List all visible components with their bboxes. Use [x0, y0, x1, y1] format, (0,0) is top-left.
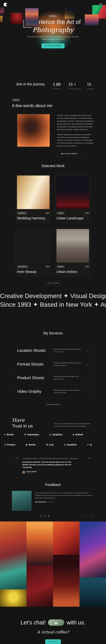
- feedback-paragraph: Sed ut perspiciatis unde omnis iste natu…: [35, 492, 94, 499]
- service-row-location-shoots[interactable]: Location Shoots Ensuring premium quality…: [12, 344, 94, 357]
- view-all-works-button[interactable]: VIEW ALL WORKS: [44, 281, 62, 285]
- brand-snapshot-2: ◎SnapShot: [64, 443, 77, 446]
- meet-experts-button[interactable]: MEET OUR EXPERTS: [57, 151, 82, 156]
- testimonial-card: “ ” The skeleton plan of a website can b…: [12, 454, 94, 477]
- trust-section: Have Trust in us Our agency is your gate…: [0, 407, 106, 428]
- feedback-role: CEO at Nova: [47, 502, 54, 503]
- service-description: Redefining standards to offer a seamless…: [53, 389, 86, 394]
- brand-border-2: ▶Border: [26, 443, 36, 446]
- camera-lens-icon: ◎: [50, 433, 52, 436]
- testimonial-role: CEO at Gova: [26, 472, 37, 474]
- frame-icon: ❏: [4, 443, 6, 446]
- instagram-icon[interactable]: ◎: [48, 515, 50, 517]
- feedback-author: Jake Shkundres: [35, 501, 46, 503]
- hero-subtitle: We transform your special moments into u…: [25, 36, 81, 40]
- brand-product: ❏Product.: [4, 443, 16, 446]
- star-icon: ✦: [4, 433, 6, 436]
- service-title: Product Shoots: [17, 376, 53, 380]
- trust-heading-italic: Have: [12, 417, 33, 423]
- coffee-pill-image: ☕: [48, 619, 64, 626]
- explore-services-button[interactable]: EXPLORE SERVICES: [44, 402, 62, 407]
- brand-border: ✦Border: [4, 433, 14, 436]
- arrow-right-icon[interactable]: →: [86, 390, 89, 393]
- gallery-photo-skull-portrait: [0, 522, 26, 590]
- gallery-photo-sunset-city: [26, 522, 53, 566]
- marquee-line-2: Since 1993 ✦ Based in New York ✦ Awwwwar…: [0, 300, 106, 309]
- project-year: 2023: [46, 266, 50, 268]
- gallery-photo-neon-city: [80, 522, 106, 578]
- gallery-photo-ember: [53, 555, 80, 607]
- work-heading: Selected Work: [0, 164, 106, 168]
- project-year: 2024: [85, 266, 89, 268]
- brand-logo-row-2: ❏Product. ▶Border ✿Leaf ◎SnapShot ✦lu: [0, 442, 106, 447]
- hero-photo-portrait-edge: [0, 7, 4, 14]
- robot-icon: ◈: [73, 433, 74, 436]
- avatar: [22, 471, 25, 474]
- services-section: My Services Location Shoots Ensuring pre…: [0, 314, 106, 407]
- stat-value: 15: [87, 82, 96, 86]
- brand-robotx: ◈RobotX: [73, 433, 83, 436]
- quote-close-icon: ”: [87, 457, 91, 464]
- feedback-heading: Feedback: [0, 483, 106, 487]
- project-card-inner-beauty[interactable]: PORTRAITS 2023 Inner Beauty: [15, 228, 51, 277]
- project-image: [17, 229, 50, 262]
- service-description: Ensuring premium quality and satisfactio…: [53, 348, 86, 353]
- flower-icon: ✦: [87, 443, 89, 446]
- hero-section: STUDIO Experience the Art of Photography…: [0, 0, 106, 77]
- feedback-section: Feedback Sed ut perspiciatis unde omnis …: [0, 477, 106, 518]
- stat-revenue: 2 $B Total Revenue: [53, 82, 62, 90]
- camera-lens-icon: ◎: [64, 443, 66, 446]
- stat-label: Awwwwards: [87, 88, 96, 90]
- leaf-icon: ✿: [46, 443, 48, 446]
- header: [0, 0, 106, 8]
- contact-us-button[interactable]: CONTACT US: [45, 639, 61, 644]
- project-card-urban-landscape[interactable]: URBAN 2022 Urban Landscape: [55, 174, 91, 223]
- twitter-icon[interactable]: t: [44, 515, 46, 517]
- arrow-right-icon[interactable]: →: [86, 349, 89, 352]
- hero-title-line2: Photography: [0, 26, 106, 34]
- brand-partial: ✦lu: [87, 443, 92, 446]
- project-card-urban-artistry[interactable]: URBAN 2024 Urban Artistry: [55, 228, 91, 277]
- project-image: [17, 176, 50, 209]
- facebook-icon[interactable]: f: [40, 515, 42, 517]
- gear-icon: ⚙: [24, 433, 26, 436]
- testimonial-author: Kathryn Murphy: [26, 471, 37, 472]
- next-arrow-button[interactable]: →: [90, 514, 94, 518]
- coffee-icon: ☕: [54, 621, 58, 624]
- site-logo[interactable]: [3, 3, 7, 6]
- project-year: 2021: [46, 212, 50, 214]
- project-image: [56, 229, 89, 262]
- project-title: Wedding Harmony: [17, 216, 50, 220]
- project-card-wedding-harmony[interactable]: WEDDING 2021 Wedding Harmony: [15, 174, 51, 223]
- service-row-product-shoots[interactable]: Product Shoots Dedicated to delivering e…: [12, 371, 94, 384]
- project-category-badge: URBAN: [56, 212, 65, 214]
- arrow-right-icon[interactable]: →: [86, 362, 89, 366]
- prev-arrow-button[interactable]: ←: [83, 514, 87, 518]
- project-year: 2022: [85, 212, 89, 214]
- testimonial-intro: The skeleton plan of a website can be br…: [22, 458, 86, 460]
- stats-section: Join in the journey 2 $B Total Revenue 1…: [8, 77, 98, 94]
- menu-icon[interactable]: [99, 4, 103, 5]
- get-started-button[interactable]: LET'S GET STARTED: [42, 44, 64, 48]
- project-category-badge: WEDDING: [17, 212, 27, 214]
- project-title: Urban Artistry: [56, 270, 89, 274]
- marquee-line-1: Creative Development ✦ Visual Design ✦ C…: [0, 292, 106, 300]
- service-row-portrait-shoots[interactable]: Portrait Shoots Crafting unforgettable e…: [12, 357, 94, 371]
- studio-badge: STUDIO: [48, 15, 58, 18]
- brand-snapshot: ◎SnapShot: [50, 433, 62, 436]
- project-image: [56, 176, 89, 209]
- hero-photo-sunset-mountains: [85, 14, 99, 25]
- brand-automation: ⚙Automation: [24, 433, 39, 436]
- arrow-right-icon[interactable]: →: [86, 376, 89, 379]
- work-section: Selected Work WEDDING 2021 Wedding Harmo…: [0, 164, 106, 285]
- project-category-badge: PORTRAITS: [17, 265, 28, 268]
- gallery-photo-yellow-flower: [0, 590, 26, 607]
- brand-logo-row-1: ✦Border ⚙Automation ◎SnapShot ◈RobotX: [0, 432, 106, 437]
- footer-chat-after: with us.: [67, 619, 85, 626]
- trust-paragraph: Our agency is your gateway to discoverin…: [54, 422, 94, 428]
- about-paragraph-1: At Rivor Travels, we believe that travel…: [57, 114, 94, 131]
- service-row-video-graphy[interactable]: Video Graphy Redefining standards to off…: [12, 384, 94, 398]
- photo-gallery: [0, 522, 106, 607]
- hero-photo-golden-edge: [0, 16, 3, 22]
- hero-photo-red-couple: [10, 13, 23, 24]
